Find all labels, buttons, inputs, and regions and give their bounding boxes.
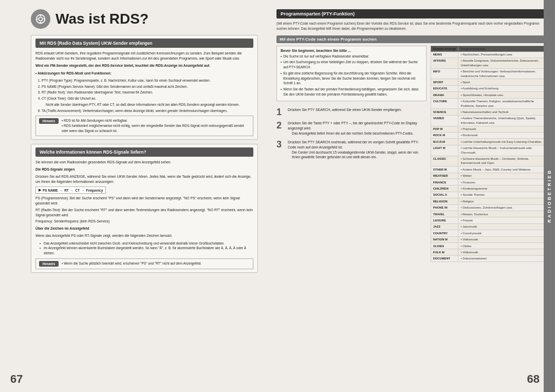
arrow-item-3: Frequency	[86, 189, 103, 192]
list-item: CT (Clock Time): Gibt die Uhrzeit an.	[42, 96, 253, 101]
display-cell: INFO	[431, 68, 458, 79]
hint-label-1: Hinweis	[39, 118, 59, 124]
section2-sub1-text: Drücken Sie auf RDS-ANZEIGE, während Sie…	[35, 174, 253, 184]
before-bullet-0: • Die Suche ist nur auf verfügbare Radio…	[281, 54, 422, 59]
section1-header: Mit RDS (Radio Data System) UKW-Sender e…	[35, 39, 253, 48]
table-row: JAZZ• Jazzmusik	[431, 223, 545, 230]
section2-sub1-title: Die RDS-Signale zeigen	[35, 167, 253, 172]
display-cell: M.O.R.M	[431, 139, 458, 145]
hint-label-2: Hinweis	[39, 261, 59, 267]
table-row: POP M• Popmusik	[431, 126, 545, 132]
prog-cell: • Schwere klassische Musik – Orchester, …	[458, 156, 546, 166]
pty-table-column: Display-Anzeige Programmsparte NEWS• Nac…	[431, 46, 546, 383]
list-item: TA (Traffic Announcement): Verkehrsdurch…	[42, 108, 253, 114]
table-row: NATION M• Volksmusik	[431, 236, 545, 242]
display-cell: CHILDREN	[431, 185, 458, 192]
table-row: INFO• Berichte und Vorlesungen. Verbrauc…	[431, 68, 545, 79]
table-row: SPORT• Sport	[431, 79, 545, 85]
step-content-2: Drücken Sie die Taste PTY + oder PTY –, …	[288, 121, 427, 136]
hint-item: • RDS ist für AM-Sendungen nicht verfügb…	[62, 118, 250, 123]
step-content-1: Drücken Sie PTY SEARCH, während Sie eine…	[288, 107, 427, 113]
list-item: PS NAME (Program Service Name): Gibt den…	[42, 84, 253, 89]
table-row: OTHER M• Andere Musik – Jazz, R&B, Count…	[431, 166, 545, 173]
prog-cell: • Sprechtheater, Hörspiele usw.	[458, 92, 546, 98]
section1-items: PTY (Program Type): Programmsparte, z. B…	[35, 78, 253, 114]
prog-cell: • Aktuelle Ereignisse, Dokumentarbericht…	[458, 58, 546, 68]
step3-sub: Die Center Unit durchsucht 15 vorababges…	[292, 150, 427, 159]
table-row: CULTURE• Kulturelle Themen, Religion, so…	[431, 98, 545, 109]
table-row: FINANCE• Finanzen	[431, 179, 545, 185]
table-row: RELIGION• Religion	[431, 198, 545, 204]
display-cell: JAZZ	[431, 223, 458, 230]
table-row: CHILDREN• Kinderprogramme	[431, 185, 545, 192]
prog-cell: • Freizeit	[458, 217, 546, 223]
display-cell: WEATHER	[431, 173, 458, 179]
step-1: 1 Drücken Sie PTY SEARCH, während Sie ei…	[276, 107, 427, 117]
prog-cell: • Naturwissenschaften und Technik	[458, 109, 546, 115]
section1-bold: Wird ein FM-Sender eingestellt, der den …	[35, 63, 253, 68]
arrow-item-2: CT	[75, 189, 80, 192]
list-item: Nicht alle Sender übertragen PTY, RT ode…	[42, 102, 253, 107]
display-cell: NATION M	[431, 236, 458, 242]
table-row: LIGHT M• Leichte klassische Musik – Inst…	[431, 145, 545, 156]
table-row: AFFAIRS• Aktuelle Ereignisse, Dokumentar…	[431, 58, 545, 68]
right-intro: (Mit einem PTY-Code nach einem Programm …	[276, 21, 546, 31]
prog-cell: • Oldies	[458, 243, 546, 249]
prog-cell: • Finanzen	[458, 179, 546, 185]
display-cell: POP M	[431, 126, 458, 132]
arrow-item-1: RT	[64, 189, 69, 192]
table-header-display: Display-Anzeige	[431, 46, 458, 51]
list-item: PTY (Program Type): Programmsparte, z. B…	[42, 78, 253, 83]
radiobetrieb-sidebar: RADIOBETRIEB	[544, 0, 555, 392]
list-item: RT (Radio Text): Vom Radiosender übertra…	[42, 90, 253, 95]
display-cell: SOCIAL A	[431, 192, 458, 198]
prog-cell: • Nachrichten, Pressemeldungen usw.	[458, 51, 546, 58]
table-row: FOLK M• Volksmusik	[431, 249, 545, 255]
before-bullet-2: • Es gibt eine zeitliche Begrenzung für …	[281, 71, 422, 86]
display-cell: ROCK M	[431, 132, 458, 138]
before-bullet-3: • Wenn Sie die Tasten auf der primäre Fe…	[281, 87, 422, 97]
display-cell: RELIGION	[431, 198, 458, 204]
freq-text: Frequency: Senderfrequenz (kein RDS-Serv…	[35, 219, 253, 224]
step-3: 3 Drücken Sie PTY SEARCH nochmals, währe…	[276, 140, 427, 160]
bullet-item: Das Anzeigefeld unterscheidet nicht zwis…	[40, 241, 253, 246]
table-row: ROCK M• Rockmusik	[431, 132, 545, 138]
display-cell: COUNTRY	[431, 230, 458, 236]
display-cell: CLASSIC	[431, 156, 458, 166]
step2-sub: Das Anzeigefeld liefert Ihnen die auf de…	[292, 131, 427, 136]
prog-cell: • Rockmusik	[458, 132, 546, 138]
prog-cell: • Leichte klassische Musik – Instrumenta…	[458, 145, 546, 156]
prog-cell: • Andere Musik – Jazz, R&B, Country und …	[458, 166, 546, 173]
prog-cell: • Religion	[458, 198, 546, 204]
table-row: SCIENCE• Naturwissenschaften und Technik	[431, 109, 545, 115]
prog-cell: • Sport	[458, 79, 546, 85]
display-cell: CULTURE	[431, 98, 458, 109]
step-number-2: 2	[276, 121, 285, 130]
before-start-title: Bevor Sie beginnen, beachten Sie bitte .…	[281, 49, 422, 52]
before-bullet-1: • Um den Suchvorgang zu einer beliebigen…	[281, 60, 422, 70]
prog-cell: • Volksmusik	[458, 249, 546, 255]
table-row: DRAMA• Sprechtheater, Hörspiele usw.	[431, 92, 545, 98]
title-icon	[31, 9, 50, 29]
display-cell: VARIED	[431, 115, 458, 126]
search-header: Mit dem PTY-Code nach einem Programm suc…	[276, 35, 546, 43]
page-number-left: 67	[10, 372, 23, 386]
display-cell: OTHER M	[431, 166, 458, 173]
prog-cell: • Berichte und Vorlesungen. Verbraucheri…	[458, 68, 546, 79]
left-page: Was ist RDS? Mit RDS (Radio Data System)…	[0, 0, 267, 392]
table-row: EDUCATE• Ausbildung und Erziehung	[431, 85, 545, 91]
section2-header: Welche Informationen können RDS-Signale …	[35, 147, 253, 157]
table-row: CLASSIC• Schwere klassische Musik – Orch…	[431, 156, 545, 166]
page-title: Was ist RDS?	[55, 11, 149, 27]
pty-table: Display-Anzeige Programmsparte NEWS• Nac…	[431, 46, 546, 263]
display-cell: NEWS	[431, 51, 458, 58]
prog-cell: • Volksmusik	[458, 236, 546, 242]
table-row: COUNTRY• Countrymusik	[431, 230, 545, 236]
table-row: VARIED• Andere Themenbereiche, Unterhalt…	[431, 115, 545, 126]
ps-text: PS (Programservice): Bei der Suche ersch…	[35, 196, 253, 206]
hint-box-1: Hinweis • RDS ist für AM-Sendungen nicht…	[35, 116, 253, 136]
section2-box: Welche Informationen können RDS-Signale …	[31, 144, 258, 273]
table-row: M.O.R.M• Leichte Unterhaltungsmusik mit …	[431, 139, 545, 145]
display-cell: DRAMA	[431, 92, 458, 98]
rt-text: RT (Radio-Text): Bei der Suche erscheint…	[35, 208, 253, 218]
